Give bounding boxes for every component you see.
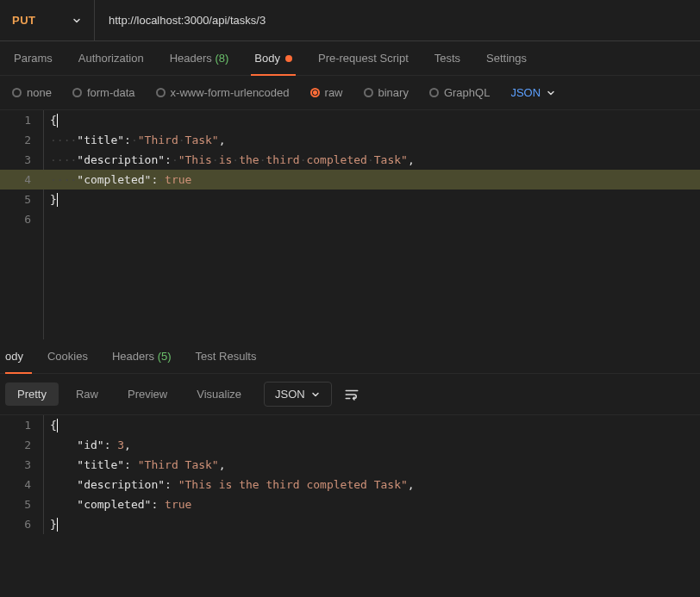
tab-label: Test Results <box>196 350 257 363</box>
code-line[interactable]: 6} <box>0 514 700 534</box>
tab-response-body[interactable]: ody <box>5 339 32 373</box>
request-body-editor[interactable]: 1{2····"title":·"Third·Task",3····"descr… <box>0 110 700 339</box>
line-number: 2 <box>0 131 43 150</box>
code-line[interactable]: 4····"completed":·true <box>0 170 700 190</box>
tab-settings[interactable]: Settings <box>478 41 535 75</box>
line-number: 3 <box>0 456 43 475</box>
tab-authorization[interactable]: Authorization <box>70 41 153 75</box>
url-bar: PUT http://localhost:3000/api/tasks/3 <box>0 0 700 41</box>
view-label: Raw <box>76 388 98 401</box>
radio-icon <box>429 88 439 97</box>
view-pretty[interactable]: Pretty <box>5 382 59 406</box>
radio-icon <box>12 88 22 97</box>
code-line[interactable]: 2 "id": 3, <box>0 435 700 455</box>
view-label: Pretty <box>17 388 47 401</box>
line-number: 6 <box>0 515 43 534</box>
code-content: } <box>43 190 58 209</box>
chevron-down-icon <box>310 389 321 400</box>
tab-response-cookies[interactable]: Cookies <box>39 339 97 373</box>
code-content: "title": "Third Task", <box>43 456 226 475</box>
response-headers-count: (5) <box>158 350 172 363</box>
response-toolbar: Pretty Raw Preview Visualize JSON <box>0 374 700 415</box>
response-tabs: ody Cookies Headers (5) Test Results <box>0 339 700 374</box>
url-text: http://localhost:3000/api/tasks/3 <box>109 14 266 27</box>
code-content: ····"title":·"Third·Task", <box>43 131 226 150</box>
tab-label: Headers <box>112 350 154 363</box>
tab-label: Pre-request Script <box>318 52 409 65</box>
body-type-raw[interactable]: raw <box>303 86 350 99</box>
line-number: 4 <box>0 171 43 190</box>
body-type-binary[interactable]: binary <box>357 86 416 99</box>
line-number: 2 <box>0 436 43 455</box>
tab-label: Headers <box>170 52 212 65</box>
body-type-formdata[interactable]: form-data <box>66 86 142 99</box>
code-content: "completed": true <box>43 495 191 514</box>
http-method-label: PUT <box>12 14 36 27</box>
code-line[interactable]: 5} <box>0 190 700 209</box>
view-raw[interactable]: Raw <box>64 382 110 406</box>
line-number: 4 <box>0 476 43 494</box>
response-lang-label: JSON <box>275 388 305 401</box>
radio-icon <box>156 88 166 97</box>
tab-test-results[interactable]: Test Results <box>187 339 266 373</box>
tab-label: Body <box>254 52 280 65</box>
line-number: 5 <box>0 190 43 209</box>
view-label: Preview <box>128 388 167 401</box>
wrap-lines-button[interactable] <box>337 382 366 407</box>
body-type-graphql[interactable]: GraphQL <box>422 86 497 99</box>
code-content: ····"description":·"This·is·the·third·co… <box>43 151 415 170</box>
url-input[interactable]: http://localhost:3000/api/tasks/3 <box>95 0 700 40</box>
radio-icon <box>72 88 82 97</box>
radio-icon <box>310 88 320 97</box>
body-type-urlencoded[interactable]: x-www-form-urlencoded <box>149 86 297 99</box>
tab-headers[interactable]: Headers (8) <box>161 41 238 75</box>
code-line[interactable]: 1{ <box>0 415 700 435</box>
code-line[interactable]: 2····"title":·"Third·Task", <box>0 130 700 150</box>
code-line[interactable]: 1{ <box>0 110 700 130</box>
tab-label: Settings <box>486 52 527 65</box>
request-tabs: Params Authorization Headers (8) Body Pr… <box>0 41 700 76</box>
response-lang-dropdown[interactable]: JSON <box>264 382 332 407</box>
line-number: 1 <box>0 111 43 130</box>
tab-label: ody <box>5 350 23 363</box>
view-preview[interactable]: Preview <box>116 382 179 406</box>
code-content: } <box>43 515 58 534</box>
radio-label: raw <box>325 86 343 99</box>
body-type-none[interactable]: none <box>5 86 59 99</box>
tab-label: Params <box>14 52 53 65</box>
headers-count: (8) <box>215 52 228 65</box>
tab-label: Authorization <box>78 52 144 65</box>
radio-label: GraphQL <box>444 86 490 99</box>
code-content: "id": 3, <box>43 436 131 455</box>
tab-tests[interactable]: Tests <box>426 41 469 75</box>
code-line[interactable]: 4 "description": "This is the third comp… <box>0 475 700 494</box>
code-line[interactable]: 5 "completed": true <box>0 494 700 514</box>
line-number: 6 <box>0 210 43 229</box>
code-line[interactable]: 3····"description":·"This·is·the·third·c… <box>0 150 700 170</box>
http-method-dropdown[interactable]: PUT <box>0 0 95 40</box>
radio-label: form-data <box>87 86 135 99</box>
line-number: 1 <box>0 416 43 435</box>
body-lang-dropdown[interactable]: JSON <box>503 86 563 99</box>
tab-label: Cookies <box>47 350 88 363</box>
radio-label: binary <box>378 86 409 99</box>
line-number: 5 <box>0 495 43 514</box>
response-body-editor[interactable]: 1{2 "id": 3,3 "title": "Third Task",4 "d… <box>0 415 700 534</box>
tab-body[interactable]: Body <box>246 41 301 75</box>
body-type-row: none form-data x-www-form-urlencoded raw… <box>0 76 700 110</box>
code-content: ····"completed":·true <box>43 171 191 190</box>
view-visualize[interactable]: Visualize <box>184 382 253 406</box>
code-line[interactable]: 3 "title": "Third Task", <box>0 455 700 475</box>
tab-label: Tests <box>434 52 460 65</box>
tab-prerequest[interactable]: Pre-request Script <box>309 41 417 75</box>
code-content: { <box>43 416 58 435</box>
tab-response-headers[interactable]: Headers (5) <box>103 339 180 373</box>
chevron-down-icon <box>546 88 556 98</box>
radio-icon <box>364 88 373 97</box>
view-label: Visualize <box>197 388 241 401</box>
body-lang-label: JSON <box>510 86 541 99</box>
chevron-down-icon <box>72 16 82 26</box>
radio-label: none <box>27 86 52 99</box>
tab-params[interactable]: Params <box>5 41 61 75</box>
code-line[interactable]: 6 <box>0 209 700 229</box>
